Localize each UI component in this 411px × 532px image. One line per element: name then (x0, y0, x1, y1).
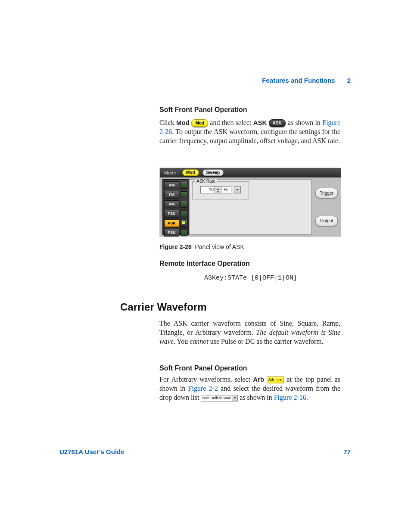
text-ask-bold: ASK (253, 119, 267, 126)
text-cannot: cannot (190, 338, 209, 345)
link-figure-2-2[interactable]: Figure 2-2 (188, 385, 218, 392)
text: and then select (210, 119, 251, 126)
text-mod-bold: Mod (176, 119, 190, 126)
output-button[interactable]: Output (315, 216, 338, 226)
mod-button-icon: Mod (191, 119, 208, 127)
figure-caption: Figure 2-26 Panel view of ASK (159, 243, 340, 250)
tab-sweep[interactable]: Sweep (202, 169, 224, 176)
page-footer: U2761A User's Guide 77 (59, 448, 351, 455)
ask-rate-group: ASK Rate 10 Hz (192, 181, 249, 199)
spinner-buttons[interactable] (215, 186, 221, 193)
indicator-icon[interactable] (181, 210, 187, 217)
arb-button-icon: Arb (267, 376, 284, 383)
text: as shown in (238, 394, 274, 401)
panel-rightbar: Trigger Output (314, 179, 339, 235)
indicator-icon[interactable] (181, 220, 187, 227)
side-fm[interactable]: FM (164, 191, 179, 199)
indicator-icon[interactable] (181, 182, 187, 189)
unit-dropdown[interactable] (234, 186, 241, 193)
modulation-sidebar: AM FM PM FSK ASK PSK (162, 179, 189, 235)
panel-view-ask: Mode : Mod Sweep AM FM PM FSK ASK PSK AS… (159, 168, 341, 237)
text-arb-bold: Arb (253, 376, 264, 383)
indicator-icon[interactable] (181, 191, 187, 198)
paragraph-arb: For Arbitrary waveforms, select Arb Arb … (159, 375, 340, 402)
text: as shown in (287, 119, 320, 126)
footer-guide: U2761A User's Guide (59, 448, 125, 455)
text: . You (174, 338, 190, 345)
figure-text: Panel view of ASK (195, 243, 244, 250)
panel-topbar: Mode : Mod Sweep (160, 168, 341, 177)
heading-sfpo: Soft Front Panel Operation (159, 106, 340, 114)
side-psk[interactable]: PSK (164, 229, 179, 236)
panel-main: ASK Rate 10 Hz (189, 179, 311, 235)
side-am[interactable]: AM (164, 181, 179, 189)
side-ask[interactable]: ASK (164, 219, 179, 227)
spin-up-icon[interactable] (215, 187, 221, 190)
heading-remote-interface: Remote Interface Operation (159, 260, 250, 268)
figure-number: Figure 2-26 (159, 243, 192, 250)
side-fsk[interactable]: FSK (164, 210, 179, 218)
heading-sfpo-2: Soft Front Panel Operation (159, 364, 247, 372)
header-chapter: 2 (347, 77, 351, 84)
side-pm[interactable]: PM (164, 200, 179, 208)
text: use Pulse or DC as the carrier waveform. (209, 338, 324, 345)
indicator-icon[interactable] (181, 229, 187, 236)
tab-mod[interactable]: Mod (182, 169, 199, 176)
indicator-icon[interactable] (181, 201, 187, 208)
waveform-dropdown[interactable]: Non Built-in Wav (201, 395, 232, 401)
paragraph-click-mod: Click Mod Mod and then select ASK ASK as… (159, 118, 340, 146)
ask-rate-input[interactable]: 10 (200, 186, 215, 193)
paragraph-carrier: The ASK carrier waveform consists of Sin… (159, 319, 340, 346)
unit-box: Hz (221, 186, 231, 193)
section-soft-front-panel: Soft Front Panel Operation Click Mod Mod… (159, 106, 340, 146)
mode-label: Mode : (164, 170, 179, 175)
text: . (306, 394, 308, 401)
page-header: Features and Functions 2 (262, 77, 351, 84)
header-section: Features and Functions (262, 77, 335, 84)
spin-down-icon[interactable] (215, 190, 221, 193)
text: For Arbitrary waveforms, select (159, 376, 253, 383)
text: . To output the ASK waveform, configure … (159, 128, 340, 144)
trigger-button[interactable]: Trigger (315, 188, 338, 198)
code-askey-state: ASKey:STATe {0|OFF|1|ON} (204, 274, 297, 282)
ask-button-icon: ASK (269, 119, 286, 127)
text: Click (159, 119, 174, 126)
heading-carrier-waveform: Carrier Waveform (120, 301, 207, 313)
arb-icon-label: Arb (268, 378, 274, 382)
link-figure-2-16[interactable]: Figure 2-16 (274, 394, 306, 401)
footer-page: 77 (343, 448, 351, 455)
group-title: ASK Rate (195, 179, 217, 184)
chevron-down-icon[interactable] (232, 395, 238, 401)
